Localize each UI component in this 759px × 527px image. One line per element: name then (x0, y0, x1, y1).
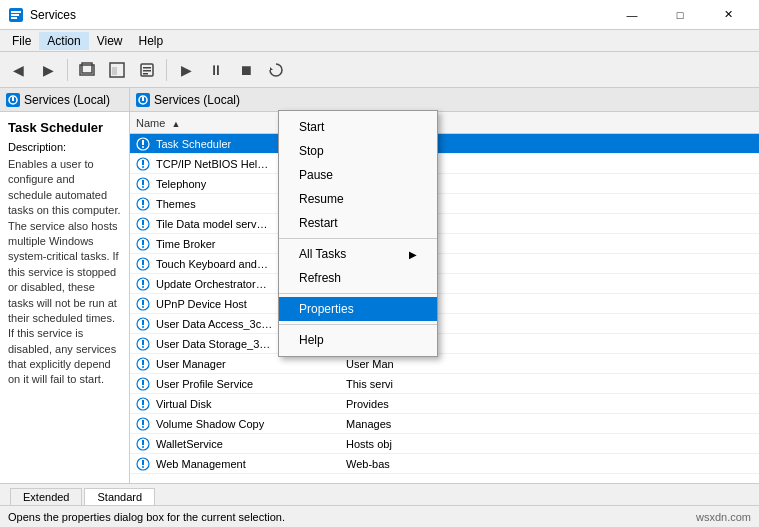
service-icon (134, 395, 152, 413)
svg-marker-12 (270, 67, 273, 70)
restart-service-button[interactable] (262, 56, 290, 84)
table-row[interactable]: Volume Shadow CopyManages (130, 414, 759, 434)
menu-action[interactable]: Action (39, 32, 88, 50)
svg-rect-36 (142, 260, 144, 265)
pause-service-button[interactable]: ⏸ (202, 56, 230, 84)
table-row[interactable]: Virtual DiskProvides (130, 394, 759, 414)
svg-rect-21 (142, 160, 144, 165)
submenu-arrow-icon: ▶ (409, 249, 417, 260)
service-icon (134, 415, 152, 433)
content-icon (136, 93, 150, 107)
title-bar: Services — □ ✕ (0, 0, 759, 30)
window-title: Services (30, 8, 76, 22)
service-name-cell: WalletService (152, 438, 342, 450)
context-menu-item[interactable]: Resume (279, 187, 437, 211)
table-row[interactable]: Task SchedulerEnables a (130, 134, 759, 154)
back-button[interactable]: ◀ (4, 56, 32, 84)
svg-rect-1 (11, 11, 21, 13)
table-row[interactable]: Time BrokerCoordina (130, 234, 759, 254)
stop-service-button[interactable]: ⏹ (232, 56, 260, 84)
content-header: Services (Local) (130, 88, 759, 112)
app-icon (8, 7, 24, 23)
toolbar-separator-2 (166, 59, 167, 81)
service-icon (134, 355, 152, 373)
svg-rect-33 (142, 240, 144, 245)
service-name: Task Scheduler (8, 120, 121, 135)
start-service-button[interactable]: ▶ (172, 56, 200, 84)
svg-rect-10 (143, 70, 151, 72)
svg-rect-16 (142, 97, 144, 101)
content-header-text: Services (Local) (154, 93, 240, 107)
svg-point-58 (142, 406, 144, 408)
service-desc-cell: Manages (342, 418, 759, 430)
menu-help[interactable]: Help (131, 32, 172, 50)
svg-rect-42 (142, 300, 144, 305)
bottom-tab[interactable]: Standard (84, 488, 155, 505)
context-menu-item[interactable]: Help (279, 328, 437, 352)
table-row[interactable]: UPnP Device HostAllows UP (130, 294, 759, 314)
context-menu-item[interactable]: Stop (279, 139, 437, 163)
svg-rect-27 (142, 200, 144, 205)
table-row[interactable]: Update Orchestrator…UsoSvc (130, 274, 759, 294)
svg-rect-54 (142, 380, 144, 385)
context-menu-item[interactable]: All Tasks▶ (279, 242, 437, 266)
svg-point-34 (142, 246, 144, 248)
svg-point-40 (142, 286, 144, 288)
context-menu-separator (279, 238, 437, 239)
context-menu: StartStopPauseResumeRestartAll Tasks▶Ref… (278, 110, 438, 357)
forward-button[interactable]: ▶ (34, 56, 62, 84)
table-row[interactable]: Web ManagementWeb-bas (130, 454, 759, 474)
svg-point-67 (142, 466, 144, 468)
svg-rect-24 (142, 180, 144, 185)
table-row[interactable]: ThemesProvides (130, 194, 759, 214)
context-menu-item[interactable]: Properties (279, 297, 437, 321)
table-row[interactable]: Touch Keyboard and…Enables T (130, 254, 759, 274)
svg-point-22 (142, 166, 144, 168)
svg-point-31 (142, 226, 144, 228)
content-area: Services (Local) Name ▲ Descriptio Task … (130, 88, 759, 483)
svg-point-49 (142, 346, 144, 348)
context-menu-item[interactable]: Restart (279, 211, 437, 235)
service-icon (134, 135, 152, 153)
menu-view[interactable]: View (89, 32, 131, 50)
service-icon (134, 335, 152, 353)
properties-button[interactable] (133, 56, 161, 84)
svg-point-61 (142, 426, 144, 428)
service-name-cell: Volume Shadow Copy (152, 418, 342, 430)
show-hide-button[interactable] (103, 56, 131, 84)
service-icon (134, 215, 152, 233)
table-row[interactable]: User Data Access_3c…Provides (130, 314, 759, 334)
context-menu-item[interactable]: Pause (279, 163, 437, 187)
table-row[interactable]: User Data Storage_3…Handles s (130, 334, 759, 354)
toolbar-separator-1 (67, 59, 68, 81)
table-row[interactable]: TCP/IP NetBIOS Hel…Provides (130, 154, 759, 174)
sidebar-title-text: Services (Local) (24, 93, 110, 107)
up-button[interactable] (73, 56, 101, 84)
description-label: Description: (8, 141, 121, 153)
service-name-cell: User Manager (152, 358, 342, 370)
table-row[interactable]: Tile Data model serv…Tile Servi (130, 214, 759, 234)
svg-rect-63 (142, 440, 144, 445)
table-row[interactable]: WalletServiceHosts obj (130, 434, 759, 454)
minimize-button[interactable]: — (609, 0, 655, 30)
context-menu-item[interactable]: Refresh (279, 266, 437, 290)
services-table: Name ▲ Descriptio Task SchedulerEnables … (130, 112, 759, 483)
table-row[interactable]: TelephonyProvides (130, 174, 759, 194)
table-body[interactable]: Task SchedulerEnables a TCP/IP NetBIOS H… (130, 134, 759, 483)
bottom-tab[interactable]: Extended (10, 488, 82, 505)
service-icon (134, 195, 152, 213)
maximize-button[interactable]: □ (657, 0, 703, 30)
svg-rect-45 (142, 320, 144, 325)
table-row[interactable]: User Profile ServiceThis servi (130, 374, 759, 394)
svg-point-46 (142, 326, 144, 328)
table-row[interactable]: User ManagerUser Man (130, 354, 759, 374)
menu-file[interactable]: File (4, 32, 39, 50)
close-button[interactable]: ✕ (705, 0, 751, 30)
bottom-tabs: ExtendedStandard (0, 483, 759, 505)
service-name-cell: Virtual Disk (152, 398, 342, 410)
service-icon (134, 235, 152, 253)
service-desc-cell: Hosts obj (342, 438, 759, 450)
context-menu-item[interactable]: Start (279, 115, 437, 139)
status-text: Opens the properties dialog box for the … (8, 511, 285, 523)
service-icon (134, 295, 152, 313)
